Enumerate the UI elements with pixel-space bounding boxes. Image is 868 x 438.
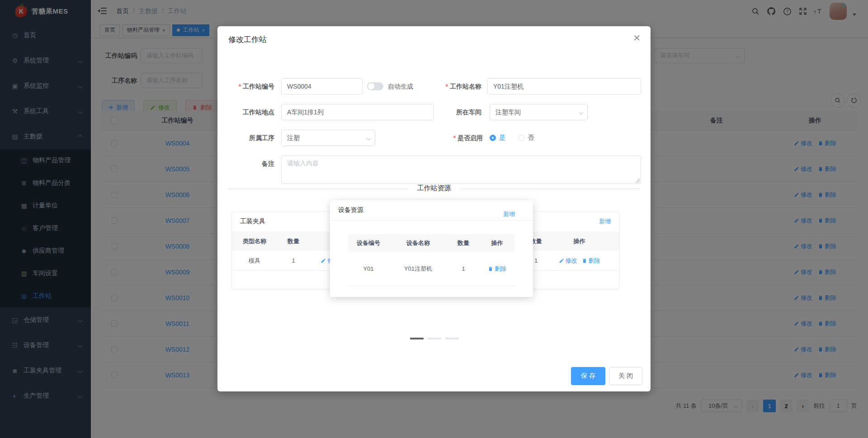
device-resource-panel: 设备资源 新增 设备编号设备名称数量操作Y01Y01注塑机1删除 — [330, 200, 533, 297]
carousel-indicator[interactable] — [445, 338, 459, 339]
radio-dot — [490, 135, 496, 141]
process-select[interactable]: 注塑 — [281, 130, 375, 146]
trash-icon — [488, 266, 493, 272]
device-table: 设备编号设备名称数量操作Y01Y01注塑机1删除 — [348, 234, 515, 286]
device-table-row: Y01Y01注塑机1删除 — [348, 252, 515, 286]
app-root: K 苦糖果MES ◷首页⚙系统管理▣系统监控⚒系统工具▤主数据◫物料产品管理≣物… — [0, 0, 868, 438]
close-button[interactable]: 关 闭 — [609, 367, 642, 385]
carousel-indicator[interactable] — [410, 338, 424, 339]
enabled-yes-radio[interactable]: 是 — [490, 134, 505, 142]
chevron-down-icon — [367, 136, 371, 141]
device-add-link[interactable]: 新增 — [503, 210, 515, 218]
location-input[interactable]: A车间1排1列 — [281, 104, 434, 120]
trash-icon — [582, 258, 587, 264]
carousel-indicator[interactable] — [428, 338, 441, 339]
resize-handle-icon[interactable] — [636, 179, 640, 183]
location-label: 工作站地点 — [217, 104, 274, 120]
edit-workstation-dialog: 修改工作站 ✕ 工作站编号 WS0004 自动生成 工作站名称 Y01注塑机 工… — [217, 26, 651, 391]
resource-add-link[interactable]: 新增 — [599, 217, 611, 226]
remark-textarea[interactable]: 请输入内容 — [281, 155, 641, 184]
device-delete-link[interactable]: 删除 — [488, 265, 506, 273]
workshop-label: 所在车间 — [416, 104, 481, 120]
radio-dot — [518, 135, 524, 141]
fixture-card-title: 工装夹具 — [240, 217, 265, 226]
enabled-no-radio[interactable]: 否 — [518, 134, 534, 142]
workshop-select[interactable]: 注塑车间 — [490, 104, 588, 120]
process-label: 所属工序 — [217, 130, 274, 146]
resources-divider: 工作站资源 — [228, 184, 640, 193]
auto-generate-label: 自动生成 — [388, 78, 413, 94]
resource-edit-link[interactable]: 修改 — [559, 257, 577, 265]
enabled-label: 是否启用 — [416, 130, 483, 146]
code-label: 工作站编号 — [217, 78, 274, 94]
name-label: 工作站名称 — [416, 78, 481, 94]
name-input[interactable]: Y01注塑机 — [487, 78, 641, 94]
carousel-indicators — [410, 338, 459, 339]
device-table-header: 设备编号设备名称数量操作 — [348, 234, 515, 252]
edit-icon — [321, 258, 326, 264]
save-button[interactable]: 保 存 — [571, 367, 605, 385]
edit-icon — [559, 258, 564, 264]
code-input[interactable]: WS0004 — [281, 78, 363, 94]
device-panel-title: 设备资源 — [338, 206, 363, 214]
resource-delete-link[interactable]: 删除 — [582, 257, 600, 265]
auto-generate-toggle[interactable] — [367, 82, 383, 90]
close-icon[interactable]: ✕ — [633, 33, 641, 43]
dialog-title: 修改工作站 — [228, 34, 267, 45]
remark-label: 备注 — [217, 155, 274, 172]
chevron-down-icon — [579, 110, 584, 115]
